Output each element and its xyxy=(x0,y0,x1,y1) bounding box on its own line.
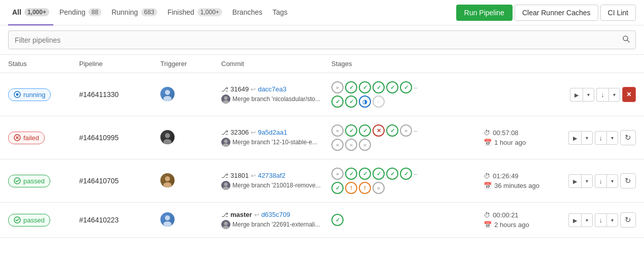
svg-point-21 xyxy=(165,215,170,220)
commit-arrow: ↩ xyxy=(251,86,256,93)
time-ago-row: 📅 1 hour ago xyxy=(484,139,565,146)
tab-all-label: All xyxy=(12,8,21,16)
retry-button[interactable] xyxy=(620,173,636,188)
time-cell: 00:00:21 📅 2 hours ago xyxy=(484,211,565,229)
stage-row-2: ✓ ! ! » xyxy=(331,182,484,194)
master-branch-icon: ⎇ xyxy=(221,211,228,218)
duration-value: 01:26:49 xyxy=(493,172,519,180)
header-status: Status xyxy=(8,60,79,68)
status-badge: passed xyxy=(8,214,50,227)
commit-arrow: ↩ xyxy=(251,129,256,136)
top-navigation: All 1,000+ Pending 88 Running 683 Finish… xyxy=(0,0,644,25)
stage-separator: – xyxy=(414,84,417,91)
stage-failed-icon: ✕ xyxy=(372,124,385,137)
commit-cell: ⎇ 31801 ↩ 42738af2 Merge branch '210018-… xyxy=(221,172,331,190)
pipeline-id: #146410705 xyxy=(79,177,160,185)
retry-button[interactable] xyxy=(620,212,636,228)
stage-success-icon: ✓ xyxy=(331,214,344,226)
tab-branches[interactable]: Branches xyxy=(228,0,266,25)
download-dropdown-button[interactable]: ▾ xyxy=(608,88,620,102)
avatar xyxy=(160,130,175,144)
pipeline-id: #146410995 xyxy=(79,134,160,142)
play-dropdown-button[interactable]: ▾ xyxy=(581,213,593,227)
running-icon xyxy=(14,91,21,98)
stage-separator: – xyxy=(414,170,417,178)
commit-hash-link[interactable]: d635c709 xyxy=(261,211,290,218)
play-button[interactable] xyxy=(568,131,581,145)
stage-success-icon: ✓ xyxy=(359,124,371,137)
filter-input[interactable] xyxy=(9,32,617,48)
tab-pending-badge: 88 xyxy=(88,8,101,16)
download-icon xyxy=(599,216,603,224)
svg-point-13 xyxy=(224,140,228,143)
download-dropdown-button[interactable]: ▾ xyxy=(606,174,618,188)
stage-skip-icon: » xyxy=(359,139,371,151)
svg-point-7 xyxy=(223,101,229,104)
download-button[interactable] xyxy=(595,213,607,227)
close-icon xyxy=(627,90,631,99)
play-action-group: ▾ xyxy=(568,213,593,227)
triggerer-cell xyxy=(160,212,221,228)
tab-finished[interactable]: Finished 1,000+ xyxy=(163,0,226,25)
download-dropdown-button[interactable]: ▾ xyxy=(606,213,618,227)
stages-cell: ✓ xyxy=(331,214,484,226)
run-pipeline-button[interactable]: Run Pipeline xyxy=(456,5,513,21)
commit-hash-link[interactable]: dacc7ea3 xyxy=(258,85,286,93)
filter-search-button[interactable] xyxy=(617,31,635,49)
svg-point-19 xyxy=(223,187,229,190)
commit-number: 32306 xyxy=(230,128,249,136)
play-button[interactable] xyxy=(568,213,581,227)
play-dropdown-button[interactable]: ▾ xyxy=(581,131,593,145)
download-button[interactable] xyxy=(596,88,608,102)
chevron-down-icon: ▾ xyxy=(586,178,588,184)
play-button[interactable] xyxy=(570,88,583,102)
chevron-down-icon: ▾ xyxy=(611,178,614,184)
duration-row: 01:26:49 xyxy=(484,172,565,180)
commit-ref: ⎇ 31801 ↩ 42738af2 xyxy=(221,172,331,179)
ci-lint-button[interactable]: CI Lint xyxy=(600,5,636,21)
stage-row-2: ✓ ✓ ◑ ○ xyxy=(331,95,484,108)
svg-point-6 xyxy=(224,97,228,100)
download-icon xyxy=(599,134,603,142)
stage-row-1: » ✓ ✓ ✓ ✓ ✓ – xyxy=(331,168,484,180)
svg-point-11 xyxy=(165,133,170,138)
passed-icon xyxy=(14,177,21,184)
tab-pending[interactable]: Pending 88 xyxy=(55,0,106,25)
tab-all[interactable]: All 1,000+ xyxy=(8,0,53,25)
chevron-down-icon: ▾ xyxy=(587,92,590,98)
stages-cell: » ✓ ✓ ✓ ✓ ✓ – ✓ ✓ ◑ ○ xyxy=(331,81,484,108)
branch-name: master xyxy=(230,211,252,218)
download-dropdown-button[interactable]: ▾ xyxy=(606,131,618,145)
play-action-group: ▾ xyxy=(568,131,593,145)
stage-success-icon: ✓ xyxy=(359,81,371,93)
download-button[interactable] xyxy=(595,174,607,188)
cancel-button[interactable] xyxy=(622,87,636,102)
stage-success-icon: ✓ xyxy=(372,81,385,93)
stage-grey-icon: ○ xyxy=(372,95,385,108)
play-dropdown-button[interactable]: ▾ xyxy=(583,88,594,102)
time-ago-row: 📅 2 hours ago xyxy=(484,221,565,229)
commit-cell: ⎇ master ↩ d635c709 Merge branch '22691-… xyxy=(221,211,331,229)
tab-tags-label: Tags xyxy=(273,8,288,16)
play-button[interactable] xyxy=(568,174,581,188)
status-cell: passed xyxy=(8,175,79,187)
tab-tags[interactable]: Tags xyxy=(268,0,292,25)
tab-pending-label: Pending xyxy=(59,8,85,16)
download-action-group: ▾ xyxy=(596,88,620,102)
commit-hash-link[interactable]: 9a5d2aa1 xyxy=(258,128,287,136)
download-icon xyxy=(601,91,604,99)
tab-running[interactable]: Running 683 xyxy=(108,0,161,25)
filter-bar xyxy=(0,25,644,55)
commit-arrow: ↩ xyxy=(251,172,256,179)
retry-button[interactable] xyxy=(620,130,636,145)
status-badge: passed xyxy=(8,175,50,187)
avatar xyxy=(160,212,175,227)
clear-runner-caches-button[interactable]: Clear Runner Caches xyxy=(515,5,598,21)
play-dropdown-button[interactable]: ▾ xyxy=(581,174,593,188)
branch-icon: ⎇ xyxy=(221,129,228,136)
download-button[interactable] xyxy=(595,131,607,145)
calendar-icon: 📅 xyxy=(484,182,492,189)
commit-hash-link[interactable]: 42738af2 xyxy=(258,172,285,179)
filter-input-wrapper xyxy=(8,30,636,49)
committer-avatar xyxy=(221,220,230,229)
